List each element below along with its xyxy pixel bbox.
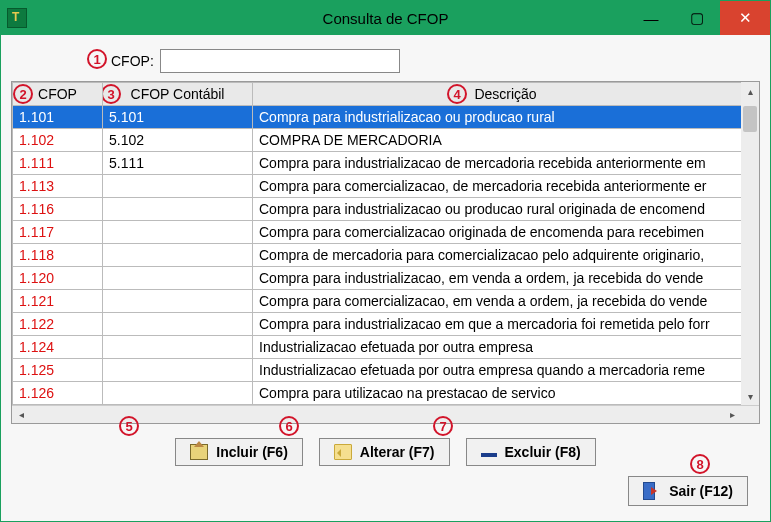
cell-descricao: Compra para industrializacao ou producao… xyxy=(253,106,759,129)
alterar-label: Alterar (F7) xyxy=(360,444,435,460)
cell-contabil: 5.111 xyxy=(103,152,253,175)
cell-descricao: Compra para industrializacao, em venda a… xyxy=(253,267,759,290)
marker-4: 4 xyxy=(447,84,467,104)
cell-contabil xyxy=(103,290,253,313)
grid-header-row: 2 CFOP 3 CFOP Contábil 4 Descrição xyxy=(13,83,759,106)
table-row[interactable]: 1.1115.111Compra para industrializacao d… xyxy=(13,152,759,175)
table-row[interactable]: 1.113Compra para comercializacao, de mer… xyxy=(13,175,759,198)
cell-contabil xyxy=(103,244,253,267)
scroll-down-arrow[interactable]: ▾ xyxy=(741,387,759,405)
table-row[interactable]: 1.1025.102COMPRA DE MERCADORIA xyxy=(13,129,759,152)
marker-1: 1 xyxy=(87,49,107,69)
incluir-button[interactable]: Incluir (F6) xyxy=(175,438,303,466)
cell-cfop: 1.116 xyxy=(13,198,103,221)
action-button-row: 5 6 7 Incluir (F6) Alterar (F7) Excluir … xyxy=(11,438,760,466)
col-header-cfop-label: CFOP xyxy=(38,86,77,102)
cell-descricao: Compra para comercializacao, de mercador… xyxy=(253,175,759,198)
cell-contabil xyxy=(103,198,253,221)
col-header-contabil-label: CFOP Contábil xyxy=(131,86,225,102)
excluir-button[interactable]: Excluir (F8) xyxy=(466,438,596,466)
scroll-right-arrow[interactable]: ▸ xyxy=(723,409,741,420)
cell-contabil xyxy=(103,382,253,405)
app-icon xyxy=(7,8,27,28)
scroll-up-arrow[interactable]: ▴ xyxy=(741,82,759,100)
marker-2: 2 xyxy=(13,84,33,104)
excluir-icon xyxy=(481,453,497,457)
cell-descricao: Industrializacao efetuada por outra empr… xyxy=(253,336,759,359)
col-header-descricao-label: Descrição xyxy=(474,86,536,102)
table-row[interactable]: 1.124Industrializacao efetuada por outra… xyxy=(13,336,759,359)
scroll-thumb[interactable] xyxy=(743,106,757,132)
incluir-icon xyxy=(190,444,208,460)
cell-cfop: 1.120 xyxy=(13,267,103,290)
sair-icon xyxy=(643,482,661,500)
cell-cfop: 1.124 xyxy=(13,336,103,359)
sair-label: Sair (F12) xyxy=(669,483,733,499)
cell-cfop: 1.102 xyxy=(13,129,103,152)
cell-cfop: 1.126 xyxy=(13,382,103,405)
minimize-button[interactable]: — xyxy=(628,1,674,35)
grid-container: 2 CFOP 3 CFOP Contábil 4 Descrição xyxy=(11,81,760,424)
cell-contabil xyxy=(103,336,253,359)
table-row[interactable]: 1.122Compra para industrializacao em que… xyxy=(13,313,759,336)
cfop-grid: 2 CFOP 3 CFOP Contábil 4 Descrição xyxy=(12,82,759,405)
filter-label: CFOP: xyxy=(111,53,154,69)
cell-contabil xyxy=(103,175,253,198)
cell-cfop: 1.118 xyxy=(13,244,103,267)
cell-descricao: Industrializacao efetuada por outra empr… xyxy=(253,359,759,382)
exit-button-row: 8 Sair (F12) xyxy=(11,476,760,506)
cell-cfop: 1.111 xyxy=(13,152,103,175)
maximize-button[interactable]: ▢ xyxy=(674,1,720,35)
cell-contabil xyxy=(103,267,253,290)
cell-contabil: 5.102 xyxy=(103,129,253,152)
filter-row: 1 CFOP: xyxy=(111,49,760,73)
table-row[interactable]: 1.120Compra para industrializacao, em ve… xyxy=(13,267,759,290)
cell-descricao: COMPRA DE MERCADORIA xyxy=(253,129,759,152)
content-area: 1 CFOP: 2 CFOP 3 xyxy=(1,35,770,521)
marker-3: 3 xyxy=(103,84,122,104)
cell-descricao: Compra para industrializacao de mercador… xyxy=(253,152,759,175)
window-controls: — ▢ ✕ xyxy=(628,1,770,35)
table-row[interactable]: 1.1015.101Compra para industrializacao o… xyxy=(13,106,759,129)
cell-cfop: 1.113 xyxy=(13,175,103,198)
cell-cfop: 1.101 xyxy=(13,106,103,129)
cell-descricao: Compra para industrializacao ou producao… xyxy=(253,198,759,221)
cell-descricao: Compra para utilizacao na prestacao de s… xyxy=(253,382,759,405)
cell-contabil: 5.101 xyxy=(103,106,253,129)
cell-contabil xyxy=(103,313,253,336)
cell-contabil xyxy=(103,359,253,382)
cell-descricao: Compra para comercializacao, em venda a … xyxy=(253,290,759,313)
vertical-scrollbar[interactable]: ▴ ▾ xyxy=(741,82,759,405)
table-row[interactable]: 1.126Compra para utilizacao na prestacao… xyxy=(13,382,759,405)
horizontal-scrollbar[interactable]: ◂ ▸ xyxy=(12,405,759,423)
cell-cfop: 1.122 xyxy=(13,313,103,336)
alterar-icon xyxy=(334,444,352,460)
incluir-label: Incluir (F6) xyxy=(216,444,288,460)
cell-cfop: 1.125 xyxy=(13,359,103,382)
excluir-label: Excluir (F8) xyxy=(505,444,581,460)
cell-descricao: Compra de mercadoria para comercializaca… xyxy=(253,244,759,267)
close-button[interactable]: ✕ xyxy=(720,1,770,35)
alterar-button[interactable]: Alterar (F7) xyxy=(319,438,450,466)
cell-cfop: 1.117 xyxy=(13,221,103,244)
scroll-left-arrow[interactable]: ◂ xyxy=(12,409,30,420)
cell-contabil xyxy=(103,221,253,244)
table-row[interactable]: 1.117Compra para comercializacao origina… xyxy=(13,221,759,244)
sair-button[interactable]: Sair (F12) xyxy=(628,476,748,506)
table-row[interactable]: 1.118Compra de mercadoria para comercial… xyxy=(13,244,759,267)
table-row[interactable]: 1.116Compra para industrializacao ou pro… xyxy=(13,198,759,221)
table-row[interactable]: 1.121Compra para comercializacao, em ven… xyxy=(13,290,759,313)
cell-cfop: 1.121 xyxy=(13,290,103,313)
cell-descricao: Compra para industrializacao em que a me… xyxy=(253,313,759,336)
table-row[interactable]: 1.125Industrializacao efetuada por outra… xyxy=(13,359,759,382)
cell-descricao: Compra para comercializacao originada de… xyxy=(253,221,759,244)
col-header-descricao[interactable]: 4 Descrição xyxy=(253,83,759,106)
titlebar: Consulta de CFOP — ▢ ✕ xyxy=(1,1,770,35)
cfop-filter-input[interactable] xyxy=(160,49,400,73)
col-header-cfop[interactable]: 2 CFOP xyxy=(13,83,103,106)
col-header-contabil[interactable]: 3 CFOP Contábil xyxy=(103,83,253,106)
